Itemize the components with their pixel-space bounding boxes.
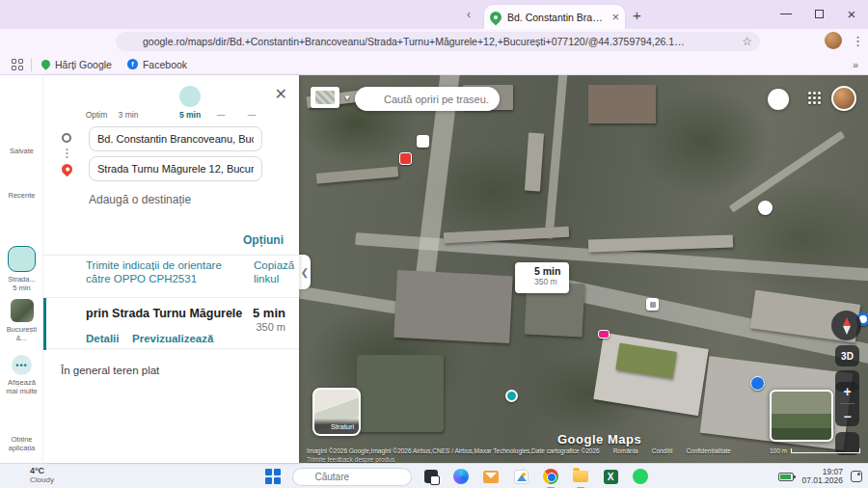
new-tab-button[interactable]: +: [633, 7, 641, 23]
collapse-panel-tab[interactable]: ❮: [299, 255, 311, 289]
add-destination-row[interactable]: Adaugă o destinație: [43, 188, 299, 211]
mini-map-selector[interactable]: ▼: [311, 87, 339, 108]
taskbar-search-input[interactable]: [315, 472, 404, 482]
pin-icon: [41, 59, 52, 70]
weather-widget[interactable]: 4°C Cloudy: [8, 466, 54, 484]
photos-button[interactable]: [510, 466, 531, 487]
home-button[interactable]: [81, 34, 96, 49]
categories-more-button[interactable]: [768, 89, 789, 110]
apps-grid-icon[interactable]: [12, 59, 23, 70]
options-link[interactable]: Opțiuni: [243, 233, 284, 247]
mode-drive-icon[interactable]: [118, 86, 139, 107]
send-to-phone-icon[interactable]: [59, 262, 75, 279]
location-icon[interactable]: [695, 35, 709, 48]
marker-meridian[interactable]: [646, 298, 659, 311]
mail-button[interactable]: [480, 466, 502, 487]
taskbar-clock[interactable]: 19:07 07.01.2026: [801, 468, 843, 486]
marker-gradinita[interactable]: [758, 201, 773, 215]
map-search-box[interactable]: [355, 87, 500, 111]
rail-item-recents[interactable]: Recente: [0, 170, 43, 200]
mode-best-icon[interactable]: [86, 86, 107, 107]
copy-link-button[interactable]: Copiază linkul: [254, 258, 298, 285]
terrain-summary-row[interactable]: În general teren plat: [43, 357, 299, 386]
volume-icon[interactable]: [758, 471, 771, 483]
address-bar[interactable]: google.ro/maps/dir/Bd.+Constantin+Branco…: [116, 32, 760, 51]
marker-selgros[interactable]: [750, 376, 765, 391]
maps-menu-button[interactable]: [0, 91, 43, 112]
google-apps-icon[interactable]: [808, 92, 821, 104]
tab-scroll-left-icon[interactable]: ‹: [467, 8, 471, 21]
onedrive-icon[interactable]: [718, 471, 730, 483]
streetview-preview[interactable]: [770, 390, 833, 442]
zoom-out-button[interactable]: −: [843, 409, 851, 424]
rail-item-saved[interactable]: Salvate: [0, 125, 43, 155]
bookmark-star-icon[interactable]: ☆: [742, 35, 752, 48]
site-info-icon[interactable]: [123, 36, 136, 48]
tab-close-icon[interactable]: ×: [611, 10, 619, 24]
destination-input[interactable]: [97, 163, 254, 175]
rail-item-get-app[interactable]: Obține aplicația: [0, 411, 43, 452]
layers-button[interactable]: Straturi: [312, 388, 361, 436]
attr-link-privacy[interactable]: Confidențialitate: [686, 447, 731, 454]
route-preview-link[interactable]: Previzualizează: [132, 333, 213, 344]
mode-transit-icon[interactable]: [149, 86, 170, 107]
tray-expand-icon[interactable]: [697, 471, 710, 483]
notifications-icon[interactable]: [851, 471, 862, 482]
map-canvas[interactable]: 5 min 350 m ▼ ❮ Straturi 3D: [299, 75, 868, 463]
bookmarks-overflow-icon[interactable]: »: [853, 59, 858, 70]
transit-stop-badge[interactable]: [417, 135, 429, 148]
route-option-card[interactable]: prin Strada Turnu Măgurele 5 min 350 m D…: [43, 297, 299, 349]
close-directions-icon[interactable]: ✕: [275, 87, 287, 102]
attr-link-terms[interactable]: Condiții: [652, 447, 673, 454]
origin-input[interactable]: [97, 133, 254, 145]
browser-tab[interactable]: Bd. Constantin Brancoveanu către ×: [484, 5, 625, 29]
rail-item-current-route[interactable]: Strada...5 min: [0, 246, 43, 292]
swap-locations-icon[interactable]: [272, 137, 289, 154]
whatsapp-button[interactable]: [630, 466, 651, 487]
forward-button[interactable]: [33, 34, 48, 49]
bookmark-h-r-i-google[interactable]: Hărți Google: [41, 59, 112, 70]
taskbar-search[interactable]: [292, 468, 412, 486]
rail-item-show-more[interactable]: ••• Afișează mai multe: [0, 355, 43, 395]
search-input[interactable]: [384, 94, 490, 105]
downloads-icon[interactable]: [800, 34, 815, 48]
zoom-in-button[interactable]: +: [843, 384, 851, 399]
window-maximize-button[interactable]: [802, 0, 835, 27]
account-avatar[interactable]: [831, 86, 856, 111]
3d-button[interactable]: 3D: [835, 345, 859, 366]
mode-flight-icon[interactable]: [241, 86, 262, 107]
chrome-button[interactable]: [540, 466, 561, 487]
marker-farmacia[interactable]: [399, 152, 412, 165]
mode-walk-icon[interactable]: [179, 86, 201, 107]
wifi-icon[interactable]: [738, 471, 750, 483]
excel-button[interactable]: X: [600, 466, 621, 487]
browser-profile-avatar[interactable]: [825, 32, 842, 49]
mode-bike-icon[interactable]: [210, 86, 231, 107]
attr-link-romania[interactable]: România: [613, 447, 638, 454]
window-close-button[interactable]: ×: [835, 0, 868, 27]
bookmark-facebook[interactable]: fFacebook: [127, 59, 187, 70]
browser-menu-icon[interactable]: ⋮: [852, 34, 864, 48]
route-details-link[interactable]: Detalii: [86, 333, 120, 344]
link-icon[interactable]: [234, 264, 249, 279]
side-panel-icon[interactable]: [776, 34, 791, 48]
route-callout[interactable]: 5 min 350 m: [515, 262, 569, 293]
compass-control[interactable]: [831, 311, 861, 340]
rail-item-bucuresti-map[interactable]: București &...: [0, 299, 43, 342]
back-button[interactable]: [9, 34, 24, 49]
url-text[interactable]: google.ro/maps/dir/Bd.+Constantin+Branco…: [143, 36, 686, 47]
window-minimize-button[interactable]: —: [770, 0, 802, 27]
marker-elite-skin[interactable]: [505, 390, 518, 402]
tab-organize-icon[interactable]: [21, 6, 35, 19]
copilot-button[interactable]: [450, 466, 472, 487]
start-button[interactable]: [262, 466, 284, 487]
send-to-phone-link[interactable]: Trimite indicații de orientare către OPP…: [86, 258, 227, 285]
task-view-button[interactable]: [420, 466, 442, 487]
chevron-down-icon[interactable]: ▼: [343, 94, 351, 102]
transit-line-badge[interactable]: [598, 330, 610, 339]
battery-icon[interactable]: [778, 473, 794, 481]
send-to-device-icon[interactable]: [719, 35, 732, 48]
feedback-link[interactable]: Trimite feedback despre produs: [307, 456, 394, 463]
reload-button[interactable]: [57, 34, 72, 49]
file-explorer-button[interactable]: [570, 466, 591, 487]
